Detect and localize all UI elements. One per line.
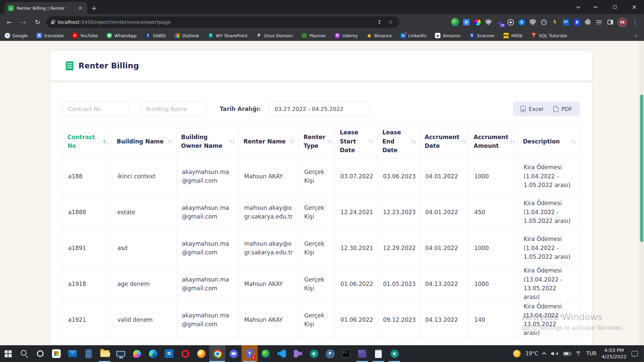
taskbar-paint3d[interactable] [129,345,145,362]
sort-icon[interactable]: ↑↓ [368,139,373,144]
browser-menu-icon[interactable]: ⋮ [630,19,640,25]
show-desktop-button[interactable] [643,345,644,362]
volume-icon[interactable] [551,351,558,356]
page-scrollbar[interactable] [639,41,644,345]
action-center-icon[interactable] [632,351,638,356]
battery-icon[interactable] [563,352,570,356]
taskbar-discord[interactable] [225,345,241,362]
sort-icon[interactable]: ↑↓ [410,139,416,144]
taskbar-cmd[interactable]: C:\ [338,345,354,362]
avira-shield-button[interactable] [528,18,537,26]
bookmark-sharepoint[interactable]: SWY SharePoint [208,33,248,38]
shazam-button[interactable]: S [517,18,526,26]
bookmark-planner[interactable]: ✓Planner [302,33,326,38]
reload-button[interactable]: ↻ [31,15,44,29]
extensions-puzzle-button[interactable] [584,18,592,26]
loom-button[interactable] [506,18,515,26]
reading-list-button[interactable] [595,18,603,26]
taskbar-search[interactable] [16,345,32,362]
temperature-label[interactable]: 19°C [526,351,538,357]
idm-ext-button[interactable] [451,18,460,26]
taskbar-windows-terminal[interactable]: C:\ [354,345,370,362]
address-bar[interactable]: localhost:5450/report/renterinvoicerepor… [46,16,399,28]
screenshot-camera-button[interactable]: ● [539,18,548,26]
sort-icon[interactable]: ↑↓ [509,139,515,144]
sort-icon[interactable]: ↑↓ [229,139,234,144]
taskbar-calculator[interactable] [80,345,97,362]
taskbar-remote-desktop[interactable] [113,345,129,362]
column-header-lease-end-date[interactable]: Lease End Date↑↓ [378,125,420,159]
bookmark-star-icon[interactable]: ☆ [387,19,394,25]
ft-button[interactable]: FT [561,18,570,26]
new-tab-button[interactable]: + [91,5,97,12]
taskbar-vscode[interactable] [274,345,290,362]
bookmark-google-translate[interactable]: Atranslate [37,33,64,38]
sort-icon[interactable]: ↑↓ [570,139,575,144]
taskbar-notepad[interactable] [370,345,386,362]
column-header-renter-type[interactable]: Renter Type↑↓ [299,125,335,159]
pdf-button[interactable]: PDF [548,106,577,112]
window-maximize-button[interactable] [605,0,625,14]
bookmarks-overflow-icon[interactable]: » [632,33,639,39]
taskbar-cortana[interactable] [32,345,48,362]
bookmark-google[interactable]: GGoogle [5,33,28,38]
sort-icon[interactable]: ↑↓ [167,139,172,144]
tab-search-chevron-icon[interactable] [571,6,586,8]
tray-overflow-chevron-icon[interactable] [542,352,546,356]
bookmark-youtube[interactable]: ▶YouTube [72,33,98,38]
language-indicator[interactable]: TUR [586,351,597,357]
taskbar-win-start[interactable] [0,345,16,362]
translate-ext-button[interactable]: A [462,18,471,26]
taskbar-postgresql[interactable]: P [322,345,338,362]
date-range-input[interactable] [269,101,370,117]
back-button[interactable]: ← [3,15,16,29]
column-header-accrument-date[interactable]: Accrument Date↑↓ [420,125,469,159]
excel-button[interactable]: x Excel [516,106,548,112]
bookmark-scanner[interactable]: SScanner [469,33,495,38]
share-icon[interactable]: ↥ [376,19,383,25]
forward-button[interactable]: → [17,15,30,29]
browser-tab[interactable]: ⌂ Renter Billing | Renter × [5,2,87,14]
color-wheel-button[interactable] [473,18,482,26]
bookmark-amazon[interactable]: aAmazon [435,33,461,38]
column-header-lease-start-date[interactable]: Lease Start Date↑↓ [335,125,378,159]
sort-icon[interactable]: ↑↓ [289,139,294,144]
taskbar-file-explorer[interactable] [97,345,113,362]
taskbar-gitkraken-2[interactable]: K [386,345,402,362]
window-close-button[interactable]: × [625,0,644,14]
weather-sun-icon[interactable] [513,350,521,357]
taskbar-mail[interactable] [64,345,80,362]
taskbar-opera[interactable] [177,345,193,362]
taskbar-chrome[interactable] [209,345,225,362]
side-panel-button[interactable] [606,18,614,26]
bookmark-udemy[interactable]: UUdemy [335,33,358,38]
bookmark-linkedin[interactable]: inLinkedIn [400,33,426,38]
bookmark-sabis[interactable]: SSABİS [145,33,166,38]
column-header-renter-name[interactable]: Renter Name↑↓ [239,125,299,159]
taskbar-visual-studio[interactable] [290,345,306,362]
taskbar-clock[interactable]: 4:03 PM 4/25/2022 [602,347,627,360]
sort-icon[interactable]: ↑↓ [102,139,108,144]
taskbar-outlook[interactable]: O [161,345,177,362]
bookmark-sql-tutorials[interactable]: TSQL Tutorials [531,33,567,38]
column-header-contract-no[interactable]: Contract No↑↓ [63,125,112,159]
profile-avatar[interactable]: M [618,17,627,27]
network-wifi-icon[interactable] [575,351,581,356]
ublock-origin-button[interactable]: uB [484,18,493,26]
taskbar-gitkraken[interactable]: K [306,345,322,362]
column-header-building-name[interactable]: Building Name↑↓ [112,125,176,159]
sort-icon[interactable]: ↑↓ [327,139,332,144]
scrollbar-thumb[interactable] [640,95,643,242]
thunder-button[interactable]: ϟ [550,18,559,26]
bookmark-binance[interactable]: ◆Binance [367,33,392,38]
tab-close-icon[interactable]: × [77,5,84,11]
purple-gem-button[interactable]: ◆34 [495,18,504,26]
bing-button[interactable]: B [573,18,581,26]
building-name-input[interactable] [141,101,206,117]
taskbar-idm[interactable] [258,345,274,362]
bookmark-whatsapp[interactable]: ☎WhatsApp [107,33,137,38]
column-header-description[interactable]: Description↑↓ [518,125,580,159]
bookmark-microsoft[interactable]: Outlook [175,33,200,38]
window-minimize-button[interactable] [586,0,605,14]
taskbar-teams[interactable]: T1 [241,345,258,362]
